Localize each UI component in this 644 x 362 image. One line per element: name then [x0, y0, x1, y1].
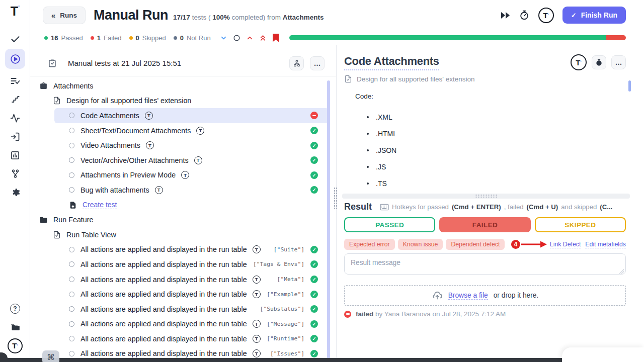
tree-row[interactable]: All actions are applied and displayed in…	[54, 257, 329, 272]
tree-row[interactable]: Run Table View	[30, 227, 329, 242]
automated-badge-icon: T	[253, 290, 261, 298]
automated-badge-icon: T	[196, 127, 204, 135]
edit-metafields-link[interactable]: Edit metafields	[585, 241, 626, 248]
chevron-up-icon[interactable]	[246, 34, 254, 42]
hotkey-failed: (Cmd + U)	[527, 203, 558, 211]
tree-row[interactable]: Create test	[54, 198, 329, 213]
passed-status-icon: ✓	[310, 350, 318, 357]
test-timer-button[interactable]	[592, 55, 606, 69]
panel-drag-handle[interactable]	[334, 187, 338, 209]
failed-button[interactable]: FAILED	[439, 217, 530, 232]
browse-file-link[interactable]: Browse a file	[448, 292, 488, 300]
file-dropzone[interactable]: Browse a file or drop it here.	[344, 285, 626, 306]
tree-row[interactable]: All actions are applied and displayed in…	[54, 242, 329, 257]
fast-forward-icon[interactable]	[501, 12, 510, 19]
result-splitter[interactable]	[342, 194, 630, 199]
failure-tag-pills: Expected errorKnown issueDependent defec…	[344, 239, 505, 250]
result-tag-pill[interactable]: Dependent defect	[446, 239, 505, 250]
tree-row[interactable]: Attachments	[30, 78, 329, 94]
test-plans-list-icon[interactable]	[5, 71, 25, 90]
tests-check-icon[interactable]	[5, 30, 25, 49]
tree-row[interactable]: Video AttachmentsT✓	[54, 138, 329, 153]
tree-row[interactable]: All actions are applied and displayed in…	[54, 317, 329, 332]
runs-play-icon[interactable]	[5, 49, 25, 69]
result-tag-pill[interactable]: Expected error	[344, 239, 395, 250]
projects-folder-icon[interactable]	[5, 318, 25, 336]
splitter-grip-icon	[475, 194, 497, 198]
tree-row[interactable]: Sheet/Text/Document AttachmentsT✓	[54, 123, 329, 138]
finish-run-label: Finish Run	[581, 11, 617, 19]
test-logo-badge[interactable]: T'	[571, 54, 587, 70]
tree-item-label: Sheet/Text/Document Attachments	[80, 127, 191, 135]
hotkeys-text: Hotkeys for passed	[392, 203, 449, 211]
help-icon[interactable]: ?	[5, 299, 25, 318]
annotation-arrow-icon	[520, 241, 547, 248]
tree-row[interactable]: All actions are applied and displayed in…	[54, 302, 329, 317]
test-more-button[interactable]: …	[611, 55, 626, 69]
timer-stopwatch-icon[interactable]	[519, 10, 530, 21]
tree-item-label: Run Feature	[53, 216, 93, 224]
reports-chart-icon[interactable]	[5, 146, 25, 164]
passed-button[interactable]: PASSED	[344, 217, 435, 232]
automated-badge-icon: T	[253, 320, 261, 328]
tree-item-label: Video Attachments	[80, 141, 140, 149]
activity-pulse-icon[interactable]	[5, 109, 25, 127]
circle-outline-icon[interactable]	[233, 34, 240, 42]
test-title[interactable]: Code Attachments	[344, 55, 439, 70]
tree-row[interactable]: Bug with attachmentsT✓	[54, 183, 329, 198]
tree-more-button[interactable]: …	[310, 56, 325, 70]
link-defect-link[interactable]: Link Defect	[550, 241, 581, 248]
source-suite: Attachments	[283, 14, 324, 21]
main-area: Manual tests at 21 Jul 2025 15:51 … Atta…	[30, 45, 644, 362]
tree-scrollbar[interactable]	[327, 80, 330, 360]
back-to-runs-button[interactable]: « Runs	[43, 7, 86, 24]
tree-view-toggle-button[interactable]	[289, 56, 304, 70]
automated-badge-icon: T	[181, 171, 189, 179]
create-test-link[interactable]: Create test	[83, 201, 117, 209]
tree-row[interactable]: All actions are applied and displayed in…	[54, 331, 329, 346]
tree-item-label: All actions are applied and displayed in…	[80, 335, 247, 343]
tree-row[interactable]: Design for all supported files' extensio…	[30, 94, 329, 109]
branches-icon[interactable]	[5, 164, 25, 183]
legend-label: Failed	[104, 34, 121, 42]
skipped-button[interactable]: SKIPPED	[535, 217, 626, 232]
import-icon[interactable]	[5, 127, 25, 146]
test-circle-icon	[69, 143, 74, 148]
code-item: .JSON	[367, 147, 626, 154]
code-label: Code:	[355, 93, 626, 100]
tree-row[interactable]: All actions are applied and displayed in…	[54, 287, 329, 302]
tree-row[interactable]: Run Feature	[30, 212, 329, 227]
rail-nav	[0, 30, 30, 202]
back-button-label: Runs	[60, 12, 77, 19]
finish-run-button[interactable]: ✓ Finish Run	[562, 7, 626, 24]
bookmark-flag-icon[interactable]	[272, 34, 279, 42]
result-tag-pill[interactable]: Known issue	[398, 239, 443, 250]
tree-row[interactable]: Vector/Archive/Other AttachmentsT✓	[54, 153, 329, 168]
steps-icon[interactable]	[5, 90, 25, 109]
code-item: .HTML	[367, 130, 626, 137]
passed-status-icon: ✓	[310, 171, 318, 179]
tree-row[interactable]: Code AttachmentsT	[54, 108, 329, 123]
legend-count: 0	[136, 34, 139, 42]
chevrons-up-icon[interactable]	[259, 34, 267, 42]
app-logo-icon: T'	[0, 4, 30, 19]
tree-item-label: All actions are applied and displayed in…	[80, 290, 247, 298]
doccheck-icon	[53, 97, 61, 105]
detail-scrollbar[interactable]	[628, 80, 631, 92]
logo-badge-icon[interactable]: T'	[5, 336, 25, 355]
chevron-down-icon[interactable]	[220, 34, 227, 42]
settings-gear-icon[interactable]	[5, 183, 25, 202]
tree-row[interactable]: Attachments in Preview ModeT✓	[54, 168, 329, 183]
row-tag: ["Runtime"]	[267, 335, 304, 342]
project-avatar[interactable]: T'	[538, 8, 554, 23]
passed-status-icon: ✓	[310, 276, 318, 283]
tree-row[interactable]: All actions are applied and displayed in…	[54, 272, 329, 287]
tree-rows: AttachmentsDesign for all supported file…	[30, 76, 336, 361]
legend-label: Passed	[61, 34, 83, 42]
check-icon: ✓	[571, 12, 577, 19]
result-message-input[interactable]	[344, 253, 626, 275]
resize-handle-icon[interactable]	[619, 269, 624, 274]
legend-dot-icon	[44, 36, 48, 40]
test-circle-icon	[69, 261, 74, 267]
tree-item-label: All actions are applied and displayed in…	[80, 305, 247, 313]
